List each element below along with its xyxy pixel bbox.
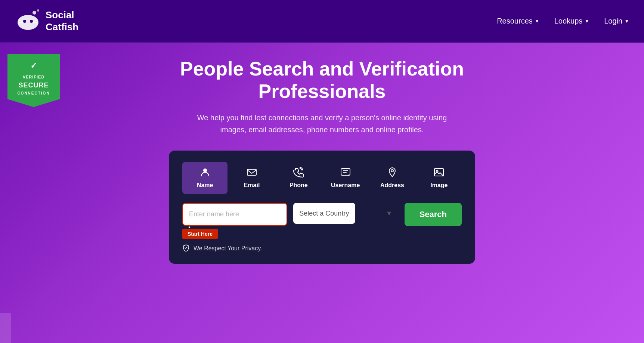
name-input-wrapper: Start Here bbox=[182, 203, 287, 226]
svg-point-8 bbox=[37, 9, 39, 12]
tab-address[interactable]: Address bbox=[369, 162, 415, 194]
login-link[interactable]: Login ▼ bbox=[604, 17, 629, 25]
search-button[interactable]: Search bbox=[405, 203, 462, 226]
badge-secure: SECURE bbox=[13, 80, 55, 90]
search-tabs: Name Email bbox=[182, 162, 462, 194]
badge-connection: CONNECTION bbox=[13, 90, 55, 96]
country-select-wrapper: Select a Country United States United Ki… bbox=[293, 203, 398, 224]
logo-area: Social Catfish bbox=[15, 8, 78, 34]
verified-badge: ✓ VERIFIED SECURE CONNECTION bbox=[7, 54, 60, 107]
name-tab-icon bbox=[200, 167, 210, 179]
svg-point-7 bbox=[32, 11, 36, 15]
select-arrow-icon: ▼ bbox=[386, 209, 393, 217]
name-input[interactable] bbox=[182, 203, 287, 226]
tab-name[interactable]: Name bbox=[182, 162, 227, 194]
hero-subtitle: We help you find lost connections and ve… bbox=[195, 112, 449, 136]
address-tab-icon bbox=[387, 167, 397, 179]
bottom-strip bbox=[0, 313, 11, 343]
navbar: Social Catfish Resources ▼ Lookups ▼ Log… bbox=[0, 0, 644, 43]
page-title: People Search and Verification Professio… bbox=[135, 58, 509, 103]
privacy-shield-icon bbox=[182, 244, 190, 253]
tab-address-label: Address bbox=[380, 182, 404, 189]
tab-image[interactable]: Image bbox=[417, 162, 462, 194]
lookups-chevron-icon: ▼ bbox=[585, 19, 589, 24]
svg-point-13 bbox=[391, 170, 393, 172]
tab-email[interactable]: Email bbox=[229, 162, 274, 194]
privacy-row: We Respect Your Privacy. bbox=[182, 244, 462, 253]
svg-point-1 bbox=[23, 20, 26, 23]
privacy-text: We Respect Your Privacy. bbox=[193, 245, 262, 252]
start-here-badge: Start Here bbox=[182, 229, 218, 239]
hero-section: ✓ VERIFIED SECURE CONNECTION People Sear… bbox=[0, 43, 644, 286]
resources-link[interactable]: Resources ▼ bbox=[497, 17, 539, 25]
svg-point-12 bbox=[348, 174, 349, 176]
tab-phone-label: Phone bbox=[290, 182, 308, 189]
tab-email-label: Email bbox=[244, 182, 260, 189]
country-select[interactable]: Select a Country United States United Ki… bbox=[293, 203, 355, 224]
svg-point-2 bbox=[30, 20, 33, 23]
tab-image-label: Image bbox=[430, 182, 448, 189]
lookups-link[interactable]: Lookups ▼ bbox=[554, 17, 589, 25]
tab-name-label: Name bbox=[197, 182, 213, 189]
nav-links: Resources ▼ Lookups ▼ Login ▼ bbox=[497, 17, 629, 25]
tab-username[interactable]: Username bbox=[323, 162, 368, 194]
svg-rect-10 bbox=[247, 169, 256, 175]
logo-icon bbox=[15, 8, 41, 34]
shield-icon: ✓ bbox=[13, 59, 55, 72]
image-tab-icon bbox=[434, 167, 444, 179]
search-card: Name Email bbox=[169, 151, 475, 264]
badge-verified: VERIFIED bbox=[13, 74, 55, 80]
email-tab-icon bbox=[247, 167, 257, 179]
tab-username-label: Username bbox=[331, 182, 360, 189]
resources-chevron-icon: ▼ bbox=[535, 19, 539, 24]
login-chevron-icon: ▼ bbox=[625, 19, 629, 24]
svg-point-9 bbox=[203, 169, 207, 172]
tab-phone[interactable]: Phone bbox=[276, 162, 321, 194]
username-tab-icon bbox=[340, 167, 351, 179]
phone-tab-icon bbox=[293, 167, 304, 179]
search-form: Start Here Select a Country United State… bbox=[182, 203, 462, 226]
logo-text: Social Catfish bbox=[46, 9, 78, 33]
